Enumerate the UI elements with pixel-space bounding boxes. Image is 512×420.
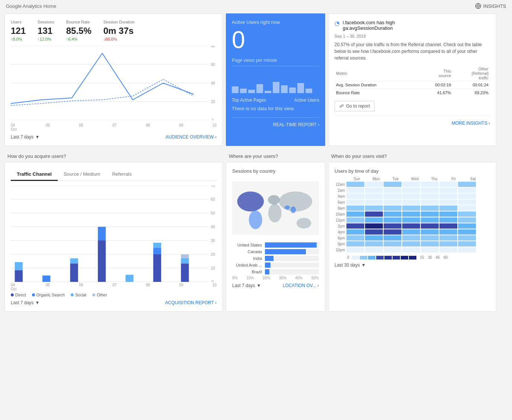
tod-cell [346, 188, 364, 193]
tod-cell [402, 188, 420, 193]
legend-label: Social [75, 293, 86, 297]
tod-cell [421, 223, 439, 229]
tab-referrals[interactable]: Referrals [106, 168, 138, 181]
scale-label: 30 [428, 255, 432, 260]
svg-rect-41 [153, 248, 161, 254]
location-overview-link[interactable]: LOCATION OV... › [283, 283, 319, 288]
x-label: 05 [46, 123, 50, 131]
acquire-header: How do you acquire users? [3, 150, 224, 160]
svg-text:40: 40 [211, 225, 215, 229]
active-users-label: Active Users [294, 98, 319, 103]
realtime-no-data: There is no data for this view. [232, 106, 319, 111]
more-insights-link[interactable]: MORE INSIGHTS › [335, 116, 490, 126]
tod-time-label: 10pm [335, 248, 346, 252]
tod-title: Users by time of day [335, 168, 490, 174]
traffic-bar-chart: 70 60 50 40 30 20 10 0 [11, 185, 217, 282]
traffic-legend: Direct Organic Search Social Other [11, 293, 217, 297]
svg-point-1 [477, 5, 479, 7]
realtime-report-link[interactable]: REAL-TIME REPORT › [232, 117, 319, 127]
svg-rect-40 [153, 254, 161, 282]
x-label: 06 [79, 123, 83, 131]
tod-cell [439, 211, 457, 217]
period-label: Last 7 days [11, 134, 33, 140]
metric-label: Bounce Rate [66, 20, 92, 24]
tod-cell [439, 229, 457, 235]
metric-cell: Bounce Rate [335, 89, 417, 97]
traffic-period[interactable]: Last 7 days ▼ [11, 300, 39, 305]
tod-cell [439, 188, 457, 193]
svg-text:50: 50 [211, 211, 215, 215]
insights-button[interactable]: INSIGHTS [475, 3, 506, 9]
svg-rect-44 [181, 258, 189, 264]
tod-cell [365, 217, 383, 223]
tod-time-row: 10am [335, 211, 490, 217]
insights-icon [475, 3, 481, 9]
tod-cell [365, 182, 383, 187]
tod-period[interactable]: Last 30 days ▼ [335, 262, 366, 268]
x-label: 04Oct [11, 123, 17, 131]
legend-label: Organic Search [36, 293, 65, 297]
table-row: Avg. Session Duration 00:02:19 00:01:24 [335, 81, 490, 89]
legend-dot [11, 293, 14, 296]
svg-point-54 [297, 218, 311, 229]
legend-item: Other [92, 293, 107, 297]
page-title: Google Analytics Home [6, 3, 56, 9]
tod-cell [346, 194, 364, 199]
tab-source-medium[interactable]: Source / Medium [58, 168, 106, 181]
scale-label: 15 [420, 255, 424, 260]
svg-rect-43 [181, 264, 189, 282]
realtime-title: Active Users right now [232, 19, 319, 25]
period-selector[interactable]: Last 7 days ▼ [11, 134, 39, 140]
tod-cell [402, 194, 420, 199]
tod-cell [384, 211, 401, 217]
map-period[interactable]: Last 7 days ▼ [232, 283, 261, 288]
when-header: When do your users visit? [327, 150, 498, 160]
svg-point-48 [249, 210, 262, 229]
tod-cell [402, 200, 420, 205]
svg-rect-38 [98, 227, 106, 241]
tod-cell [384, 200, 401, 205]
traffic-footer: Last 7 days ▼ ACQUISITION REPORT › [11, 300, 217, 305]
tod-cell [402, 206, 420, 211]
country-row: United States [232, 242, 319, 248]
tod-cell [384, 206, 401, 211]
tod-time-row: 6am [335, 200, 490, 205]
x-label: 04Oct [11, 283, 17, 291]
dropdown-icon: ▼ [256, 283, 261, 288]
tod-cell [421, 206, 439, 211]
svg-text:0: 0 [211, 280, 214, 282]
x-label: 09 [179, 283, 183, 291]
x-label: 08 [146, 283, 150, 291]
audience-overview-link[interactable]: AUDIENCE OVERVIEW › [166, 134, 217, 140]
tod-time-label: 6am [335, 200, 346, 204]
tod-cell [458, 223, 476, 229]
country-name: Brazil [232, 270, 262, 274]
goto-report-button[interactable]: ☍ Go to report [335, 101, 375, 111]
tod-cell [346, 200, 364, 205]
x-label: 07 [112, 283, 116, 291]
tod-day-label: Tue [386, 177, 405, 181]
tod-cell [384, 182, 401, 187]
insights-table: Metric Thissource Other[Referral]traffic… [335, 66, 490, 96]
acquisition-report-link[interactable]: ACQUISITION REPORT › [165, 300, 217, 305]
tod-cell [384, 235, 401, 241]
tod-cell [439, 182, 457, 187]
tod-cell [365, 223, 383, 229]
tod-cell [421, 211, 439, 217]
metric-label: Users [11, 20, 26, 24]
country-row: Canada [232, 249, 319, 254]
legend-dot [71, 293, 74, 296]
top-grid: Users 121 8.0% Sessions 131 12.0% Bounce… [0, 12, 512, 147]
tod-time-row: 8pm [335, 241, 490, 246]
country-bar-fill [265, 249, 306, 254]
other-cell: 69.23% [452, 89, 490, 97]
tod-cell [346, 247, 364, 252]
svg-rect-35 [70, 264, 78, 282]
tod-day-label: Sun [347, 177, 367, 181]
country-bar-fill [265, 256, 273, 261]
metric-item: Users 121 8.0% [11, 20, 26, 41]
tab-traffic-channel[interactable]: Traffic Channel [11, 168, 58, 181]
tod-cell [458, 211, 476, 217]
country-bar-bg [265, 249, 319, 254]
svg-point-52 [285, 206, 290, 210]
